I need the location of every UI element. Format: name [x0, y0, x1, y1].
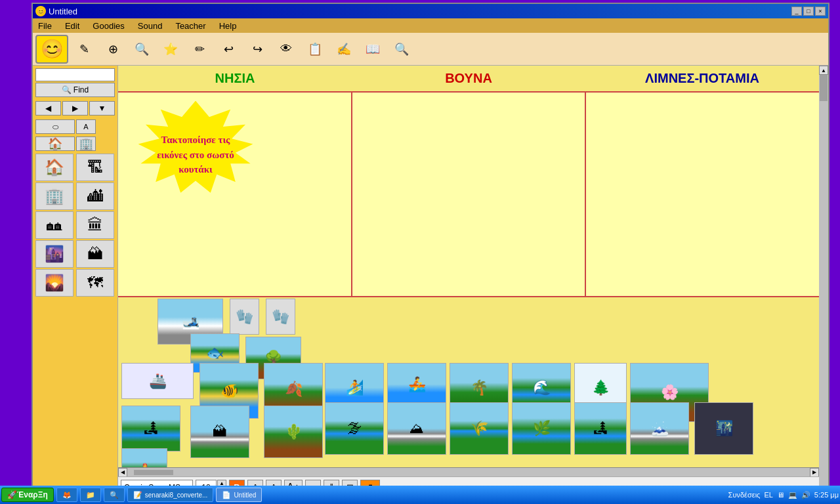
sidebar-icon-arch1[interactable]: 🏛: [76, 211, 114, 239]
taskbar-app-untitled[interactable]: 📄 Untitled: [216, 488, 262, 502]
select-tool-icon[interactable]: ✎: [71, 36, 97, 62]
eraser-tool-icon[interactable]: ✏: [186, 36, 213, 62]
window-controls: _ □ ×: [791, 7, 826, 16]
right-panel: ΝΗΣΙΑ ΒΟΥΝΑ ΛΙΜΝΕΣ-ΠΟΤΑΜΙΑ Τακτοποίησε τ…: [118, 66, 828, 497]
sidebar-icon-building1[interactable]: 🏗: [76, 154, 114, 181]
connect-tool-icon[interactable]: ⊕: [100, 36, 126, 62]
image-tray: 🎿 🧤 🧤 🐟 🌳 🚢 🐠: [118, 297, 819, 467]
taskbar-app-firefox[interactable]: 🦊: [56, 488, 77, 502]
scroll-up-button[interactable]: ▲: [819, 66, 828, 75]
smiley-button[interactable]: 😊: [35, 35, 68, 64]
sidebar-icons-grid: 🏠 🏗 🏢 🏙 🏘 🏛 🌆 🏔 🌄 🗺: [35, 154, 115, 297]
search-box: 🔍 Find: [35, 68, 115, 97]
sidebar-icon-sunset1[interactable]: 🌄: [35, 269, 74, 297]
sidebar-icon-house1[interactable]: 🏠: [35, 154, 74, 181]
undo-icon[interactable]: ↩: [215, 36, 242, 62]
h-scroll-track: [127, 470, 810, 475]
zoom-tool-icon[interactable]: 🔍: [129, 36, 155, 62]
taskbar-right: Συνδέσεις EL 🖥 💻 🔊 5:25 μμ: [728, 491, 839, 499]
language-indicator: Συνδέσεις: [728, 491, 761, 499]
image-mountain-waterfall[interactable]: ⛰: [387, 402, 446, 455]
next-button[interactable]: ▶: [62, 101, 88, 116]
name-tag-icon[interactable]: 📋: [302, 36, 328, 62]
grid-box-limnes[interactable]: [586, 93, 819, 296]
house-icon[interactable]: 🏠: [35, 136, 75, 151]
main-area: 🔍 Find ◀ ▶ ▼ ⬭ A 🏠 🏢 🏠 🏗 🏢 🏙: [33, 66, 828, 497]
content-area: ΝΗΣΙΑ ΒΟΥΝΑ ΛΙΜΝΕΣ-ΠΟΤΑΜΙΑ Τακτοποίησε τ…: [118, 66, 819, 497]
menu-help[interactable]: Help: [217, 20, 240, 32]
sidebar-icon-office1[interactable]: 🏢: [35, 182, 74, 210]
h-scroll-thumb[interactable]: [134, 470, 173, 475]
menu-edit[interactable]: Edit: [62, 20, 82, 32]
image-meadow[interactable]: 🌿: [512, 402, 571, 455]
menu-goodies[interactable]: Goodies: [90, 20, 127, 32]
app-icon: 😊: [35, 6, 46, 16]
image-city-dusk[interactable]: 🌃: [694, 402, 753, 455]
scroll-right-button[interactable]: ▶: [810, 468, 819, 477]
image-mermaid[interactable]: 🧜: [121, 448, 167, 467]
app-icon-untitled: 📄: [222, 491, 231, 499]
firefox-icon: 🦊: [62, 491, 72, 499]
sidebar: 🔍 Find ◀ ▶ ▼ ⬭ A 🏠 🏢 🏠 🏗 🏢 🏙: [33, 66, 118, 497]
main-window: 😊 Untitled _ □ × File Edit Goodies Sound…: [32, 3, 830, 499]
search-icon: 🔍: [62, 85, 72, 94]
instruction-text: Τακτοποίησε τις εικόνες στο σωστό κουτάκ…: [133, 119, 258, 190]
window-title: Untitled: [49, 7, 791, 16]
h-scrollbar: ◀ ▶: [118, 467, 819, 476]
image-river-valley2[interactable]: 🏞: [574, 402, 627, 455]
text-tool-a[interactable]: A: [76, 119, 96, 134]
redo-icon[interactable]: ↪: [244, 36, 270, 62]
minimize-button[interactable]: _: [791, 7, 802, 16]
magnify-icon[interactable]: 🔍: [388, 36, 415, 62]
content-with-scrollbar: ΝΗΣΙΑ ΒΟΥΝΑ ΛΙΜΝΕΣ-ΠΟΤΑΜΙΑ Τακτοποίησε τ…: [118, 66, 828, 497]
v-scroll-thumb[interactable]: [820, 75, 828, 101]
listen-icon[interactable]: 👁: [273, 36, 299, 62]
sidebar-icon-city1[interactable]: 🏙: [76, 182, 114, 210]
image-snow-mountains[interactable]: 🏔: [190, 406, 249, 458]
start-icon: 🚀: [7, 490, 17, 499]
grid-box-vouna[interactable]: [352, 93, 587, 296]
image-reed-marsh[interactable]: 🌾: [450, 402, 509, 455]
menu-teacher[interactable]: Teacher: [173, 20, 208, 32]
star-tool-icon[interactable]: ⭐: [158, 36, 184, 62]
toolbar: 😊 ✎ ⊕ 🔍 ⭐ ✏ ↩ ↪ 👁 📋 ✍ 📖 🔍: [33, 33, 828, 66]
sidebar-icon-mountain1[interactable]: 🏔: [76, 240, 114, 268]
v-scrollbar: ▲ ▼: [819, 66, 828, 497]
image-glove-right[interactable]: 🧤: [266, 299, 295, 335]
image-glove-left[interactable]: 🧤: [230, 299, 259, 335]
taskbar-app-untitled-label: Untitled: [234, 492, 256, 499]
text-tool-oval[interactable]: ⬭: [35, 119, 75, 134]
image-foggy-lake[interactable]: 🌫: [325, 402, 384, 455]
folder-icon: 📁: [86, 491, 95, 499]
building-icon[interactable]: 🏢: [76, 136, 96, 151]
image-canoe[interactable]: 🚣: [387, 363, 446, 406]
down-button[interactable]: ▼: [89, 101, 115, 116]
taskbar-app-word[interactable]: 📝 senaraki8_converte...: [127, 488, 214, 502]
menu-file[interactable]: File: [35, 20, 54, 32]
scroll-left-button[interactable]: ◀: [118, 468, 127, 477]
sidebar-icon-town1[interactable]: 🏘: [35, 211, 74, 239]
start-button[interactable]: 🚀 ΈναρΞη: [1, 488, 54, 502]
find-button[interactable]: 🔍 Find: [35, 83, 115, 97]
taskbar-app-folder[interactable]: 📁: [80, 488, 101, 502]
close-button[interactable]: ×: [815, 7, 826, 16]
star-shape: Τακτοποίησε τις εικόνες στο σωστό κουτάκ…: [133, 101, 258, 209]
menubar: File Edit Goodies Sound Teacher Help: [33, 18, 828, 33]
monitor-icon: 🖥: [777, 491, 784, 499]
sidebar-icon-skyline1[interactable]: 🌆: [35, 240, 74, 268]
sidebar-icon-map1[interactable]: 🗺: [76, 269, 114, 297]
image-dead-trees[interactable]: 🌵: [264, 406, 323, 458]
prev-button[interactable]: ◀: [35, 101, 61, 116]
search-taskbar-icon: 🔍: [110, 491, 119, 499]
menu-sound[interactable]: Sound: [135, 20, 165, 32]
maximize-button[interactable]: □: [803, 7, 814, 16]
taskbar-app-search[interactable]: 🔍: [104, 488, 125, 502]
star-instruction: Τακτοποίησε τις εικόνες στο σωστό κουτάκ…: [123, 99, 268, 211]
image-rock-mountains[interactable]: 🗻: [630, 402, 689, 455]
pen-icon[interactable]: ✍: [331, 36, 357, 62]
search-input[interactable]: [35, 68, 115, 81]
image-ship[interactable]: 🚢: [121, 363, 194, 399]
book-icon[interactable]: 📖: [360, 36, 386, 62]
word-icon: 📝: [133, 491, 142, 499]
image-river-valley[interactable]: 🏞: [121, 406, 180, 452]
